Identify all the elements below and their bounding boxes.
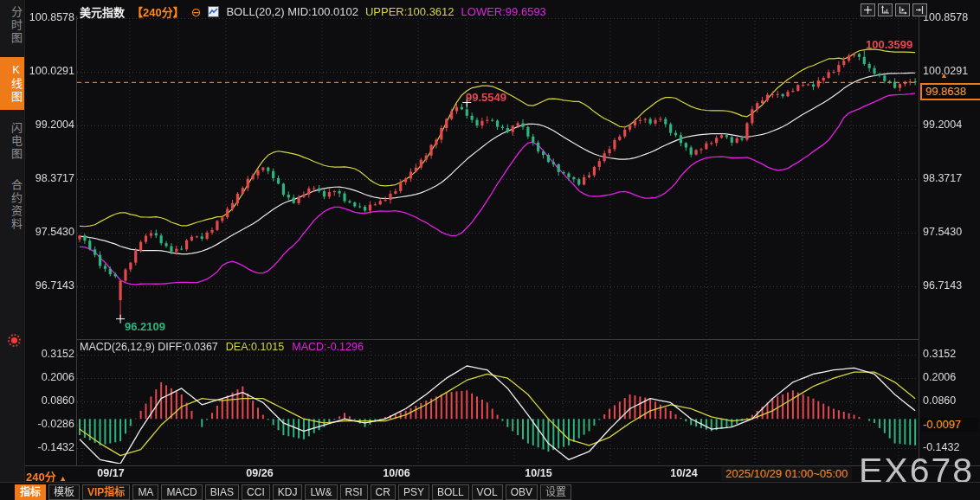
boll-upper-label: UPPER:100.3612 xyxy=(365,5,455,18)
toolbar-item-OBV[interactable]: OBV xyxy=(506,484,538,500)
chart-header: 美元指数 【240分】 ⊖ BOLL(20,2) MID:100.0102 UP… xyxy=(80,3,546,20)
main-tick-left-3: 98.3717 xyxy=(21,172,74,185)
sidebar-tab-0[interactable]: 分时图 xyxy=(0,0,24,51)
macd-tick-right-0: 0.3152 xyxy=(923,348,978,361)
toolbar-item-模板[interactable]: 模板 xyxy=(48,484,80,500)
chart-tool-icons xyxy=(861,3,927,16)
macd-current-tag: -0.0097 xyxy=(920,418,978,432)
main-tick-right-3: 98.3717 xyxy=(923,172,978,185)
macd-tick-left-4: -0.1432 xyxy=(21,441,74,454)
macd-tick-left-1: 0.2006 xyxy=(21,371,74,384)
main-tick-left-1: 100.0291 xyxy=(21,65,74,78)
toolbar-item-VIP指标[interactable]: VIP指标 xyxy=(82,484,130,500)
jump-to-latest-icon[interactable] xyxy=(912,3,927,16)
main-tick-left-0: 100.8578 xyxy=(21,11,74,24)
crosshair-pan-icon[interactable] xyxy=(861,3,875,16)
boll-mid-label: BOLL(20,2) MID:100.0102 xyxy=(226,5,358,18)
macd-header: MACD(26,12,9) DIFF:0.0367 DEA:0.1015 MAC… xyxy=(80,341,364,353)
toolbar-item-指标[interactable]: 指标 xyxy=(15,484,46,500)
macd-tick-right-4: -0.1432 xyxy=(923,441,978,454)
macd-tick-left-3: -0.0286 xyxy=(21,418,74,431)
main-tick-right-5: 96.7143 xyxy=(923,279,978,292)
toolbar-item-VOL[interactable]: VOL xyxy=(472,484,503,500)
macd-hist-label: MACD:-0.1296 xyxy=(292,341,364,353)
sidebar-tab-3[interactable]: 合约资料 xyxy=(0,173,24,237)
toolbar-item-BIAS[interactable]: BIAS xyxy=(205,484,239,500)
annotation-swing-high: 99.5549 xyxy=(466,91,506,104)
x-axis-label-2: 10/06 xyxy=(383,467,409,479)
main-tick-right-4: 97.5430 xyxy=(923,226,978,239)
date-range-label: 2025/10/29 01:00~05:00 xyxy=(721,466,852,481)
macd-tick-left-0: 0.3152 xyxy=(21,348,74,361)
main-tick-right-0: 100.8578 xyxy=(923,11,978,24)
alert-indicator-icon[interactable] xyxy=(11,337,17,343)
main-tick-left-4: 97.5430 xyxy=(21,226,74,239)
scale-x-axis-icon[interactable] xyxy=(895,3,910,16)
macd-tick-right-1: 0.2006 xyxy=(923,371,978,384)
chart-type-icon[interactable] xyxy=(208,6,219,17)
toolbar-item-RSI[interactable]: RSI xyxy=(340,484,368,500)
toolbar-item-MACD[interactable]: MACD xyxy=(161,484,202,500)
toolbar-item-BOLL[interactable]: BOLL xyxy=(432,484,469,500)
price-chart-canvas[interactable] xyxy=(0,0,980,500)
x-axis-label-0: 09/17 xyxy=(97,467,124,479)
price-up-arrow-icon: ▲ xyxy=(940,72,948,80)
annotation-high: 100.3599 xyxy=(866,38,912,51)
macd-tick-right-2: 0.0860 xyxy=(923,394,978,407)
toolbar-item-CCI[interactable]: CCI xyxy=(242,484,270,500)
toolbar-item-KDJ[interactable]: KDJ xyxy=(273,484,303,500)
scale-y-axis-icon[interactable] xyxy=(878,3,893,16)
main-tick-right-1: 100.0291 xyxy=(923,65,978,78)
sidebar-tab-1[interactable]: K线图 xyxy=(0,57,24,110)
toolbar-item-设置[interactable]: 设置 xyxy=(540,484,571,500)
main-tick-right-2: 99.2004 xyxy=(923,119,978,131)
current-price-tag: 99.8638 xyxy=(920,83,980,100)
boll-lower-label: LOWER:99.6593 xyxy=(461,5,546,18)
annotation-low: 96.2109 xyxy=(125,320,165,333)
macd-dea-label: DEA:0.1015 xyxy=(226,341,284,353)
toolbar-item-MA[interactable]: MA xyxy=(132,484,158,500)
x-axis-label-1: 09/26 xyxy=(246,467,273,479)
left-sidebar: 分时图K线图闪电图合约资料 xyxy=(0,0,25,482)
collapse-indicator-icon[interactable]: ⊖ xyxy=(191,6,202,18)
indicator-toolbar: 指标模板VIP指标MAMACDBIASCCIKDJLW&RSICRPSYBOLL… xyxy=(15,484,571,500)
main-tick-left-5: 96.7143 xyxy=(21,279,74,292)
chart-app: 分时图K线图闪电图合约资料 美元指数 【240分】 ⊖ BOLL(20,2) M… xyxy=(0,0,980,500)
sidebar-tab-2[interactable]: 闪电图 xyxy=(0,116,24,167)
sidebar-tabs: 分时图K线图闪电图合约资料 xyxy=(0,0,24,237)
x-axis-label-3: 10/15 xyxy=(525,467,551,479)
main-tick-left-2: 99.2004 xyxy=(21,119,74,131)
macd-params-diff-label: MACD(26,12,9) DIFF:0.0367 xyxy=(80,341,218,353)
toolbar-item-PSY[interactable]: PSY xyxy=(398,484,429,500)
toolbar-item-CR[interactable]: CR xyxy=(371,484,396,500)
toolbar-item-LW&[interactable]: LW& xyxy=(305,484,337,500)
macd-tick-left-2: 0.0860 xyxy=(21,394,74,407)
period-badge[interactable]: 【240分】 xyxy=(132,3,184,20)
x-axis-label-4: 10/24 xyxy=(670,467,697,479)
symbol-title: 美元指数 xyxy=(80,3,125,20)
